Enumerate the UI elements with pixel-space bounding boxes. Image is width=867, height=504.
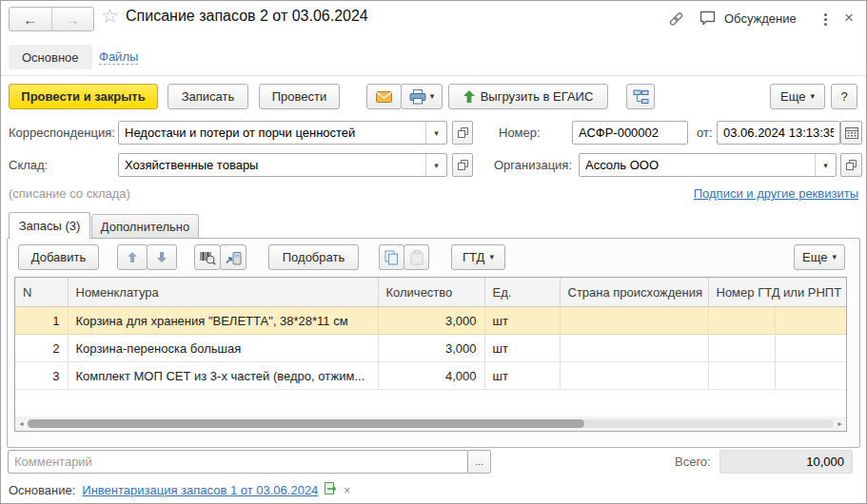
cell-gtd[interactable]: [708, 362, 775, 390]
move-up-button[interactable]: [117, 244, 148, 270]
correspondence-dropdown-button[interactable]: ▾: [425, 122, 446, 144]
basis-label: Основание:: [9, 483, 75, 497]
gtd-label: ГТД: [463, 250, 484, 264]
organization-label: Организация:: [494, 158, 572, 172]
scroll-right-arrow-icon[interactable]: ▸: [834, 419, 846, 428]
link-icon: [667, 10, 685, 28]
cell-unit[interactable]: шт: [484, 307, 560, 335]
pick-items-button[interactable]: Подобрать: [268, 244, 359, 270]
cell-rnpt[interactable]: [775, 307, 846, 335]
more-button[interactable]: Еще ▾: [770, 84, 825, 109]
column-header-nomenclature: Номенклатура: [68, 278, 378, 307]
table-row[interactable]: 2 Корзина-переноска большая 3,000 шт: [15, 335, 846, 362]
add-row-button[interactable]: Добавить: [18, 244, 99, 270]
number-field: [572, 121, 688, 145]
scrollbar-thumb[interactable]: [28, 419, 584, 428]
basis-clear-button[interactable]: ×: [344, 485, 350, 496]
cell-unit[interactable]: шт: [484, 335, 560, 362]
table-row[interactable]: 3 Комплект МОП СЕТ из 3-х частей (ведро,…: [15, 362, 846, 390]
cell-gtd[interactable]: [708, 335, 775, 362]
data-terminal-button[interactable]: [220, 244, 246, 270]
table-row[interactable]: 1 Корзина для хранения "ВЕЛЕТТА", 38*28*…: [15, 307, 846, 335]
paste-rows-button[interactable]: [404, 244, 429, 270]
cell-nomenclature[interactable]: Корзина-переноска большая: [68, 335, 378, 362]
cell-n[interactable]: 2: [15, 335, 68, 362]
cell-gtd[interactable]: [708, 307, 775, 335]
cell-nomenclature[interactable]: Корзина для хранения "ВЕЛЕТТА", 38*28*11…: [68, 307, 378, 335]
tab-files[interactable]: Файлы: [99, 49, 138, 65]
forward-button[interactable]: →: [52, 8, 94, 30]
correspondence-open-button[interactable]: [452, 121, 473, 145]
cell-rnpt[interactable]: [775, 362, 846, 390]
date-input[interactable]: [718, 122, 839, 144]
cell-n[interactable]: 3: [15, 362, 68, 390]
discussion-button[interactable]: Обсуждение: [699, 10, 797, 27]
back-button[interactable]: ←: [10, 8, 52, 30]
discussion-bubble-icon: [699, 10, 718, 27]
open-document-icon: [325, 482, 337, 495]
table-header-row: N Номенклатура Количество Ед. Страна про…: [15, 278, 846, 307]
cell-unit[interactable]: шт: [484, 362, 560, 390]
organization-dropdown-button[interactable]: ▾: [815, 154, 836, 176]
send-mail-button[interactable]: [366, 84, 402, 109]
column-header-gtd: Номер ГТД или РНПТ: [708, 278, 846, 307]
post-and-close-button[interactable]: Провести и закрыть: [9, 84, 158, 109]
warehouse-dropdown-button[interactable]: ▾: [425, 154, 446, 176]
signatures-link[interactable]: Подписи и другие реквизиты: [694, 186, 858, 201]
warehouse-open-button[interactable]: [452, 153, 473, 177]
more-label: Еще: [780, 89, 805, 104]
move-up-icon: [127, 251, 138, 263]
cell-rnpt[interactable]: [775, 335, 846, 362]
warehouse-input[interactable]: [119, 154, 425, 176]
date-calendar-button[interactable]: [840, 121, 862, 145]
basis-open-button[interactable]: [325, 482, 337, 498]
cell-quantity[interactable]: 3,000: [378, 307, 484, 335]
get-link-button[interactable]: [667, 10, 685, 30]
table-more-label: Еще: [802, 250, 827, 264]
scrollbar-track[interactable]: [28, 419, 834, 428]
cell-quantity[interactable]: 4,000: [378, 362, 484, 390]
organization-open-button[interactable]: [840, 153, 862, 177]
save-button[interactable]: Записать: [167, 84, 248, 109]
cell-quantity[interactable]: 3,000: [378, 335, 484, 362]
chevron-down-icon: ▾: [434, 128, 439, 138]
column-header-n: N: [15, 278, 68, 307]
related-documents-button[interactable]: [626, 84, 655, 109]
barcode-icon: [199, 250, 216, 265]
move-down-button[interactable]: [147, 244, 177, 270]
favorite-star-icon[interactable]: ☆: [101, 5, 119, 28]
cell-n[interactable]: 1: [15, 307, 68, 335]
ellipsis-icon: ...: [475, 459, 483, 464]
cell-country[interactable]: [560, 335, 708, 362]
tab-additional[interactable]: Дополнительно: [91, 214, 199, 238]
scroll-left-arrow-icon[interactable]: ◂: [15, 419, 28, 428]
help-button[interactable]: ?: [831, 84, 857, 109]
number-input[interactable]: [573, 122, 687, 144]
barcode-scan-button[interactable]: [194, 244, 221, 270]
cell-country[interactable]: [560, 362, 708, 390]
total-value: 10,000: [719, 450, 853, 474]
chevron-down-icon: ▾: [823, 161, 828, 170]
comment-field: [8, 450, 468, 474]
warehouse-field: ▾: [118, 153, 447, 177]
correspondence-input[interactable]: [119, 122, 425, 144]
egais-upload-button[interactable]: Выгрузить в ЕГАИС: [448, 84, 608, 109]
horizontal-scrollbar[interactable]: ◂ ▸: [15, 417, 846, 431]
comment-expand-button[interactable]: ...: [467, 450, 491, 474]
copy-rows-button[interactable]: [379, 244, 404, 270]
tab-inventory[interactable]: Запасы (3): [9, 212, 90, 239]
close-button[interactable]: ×: [844, 9, 854, 28]
more-menu-button[interactable]: [820, 11, 830, 28]
organization-input[interactable]: [580, 154, 815, 176]
table-more-button[interactable]: Еще ▾: [794, 244, 845, 270]
tab-main[interactable]: Основное: [9, 45, 92, 69]
basis-link[interactable]: Инвентаризация запасов 1 от 03.06.2024: [82, 483, 318, 497]
total-label: Всего:: [675, 455, 711, 469]
post-button[interactable]: Провести: [259, 84, 340, 109]
gtd-button[interactable]: ГТД ▾: [451, 244, 505, 270]
cell-nomenclature[interactable]: Комплект МОП СЕТ из 3-х частей (ведро, о…: [68, 362, 378, 390]
cell-country[interactable]: [560, 307, 708, 335]
print-button[interactable]: ▾: [401, 84, 443, 109]
comment-input[interactable]: [9, 451, 467, 473]
print-dropdown-caret-icon: ▾: [430, 92, 435, 101]
